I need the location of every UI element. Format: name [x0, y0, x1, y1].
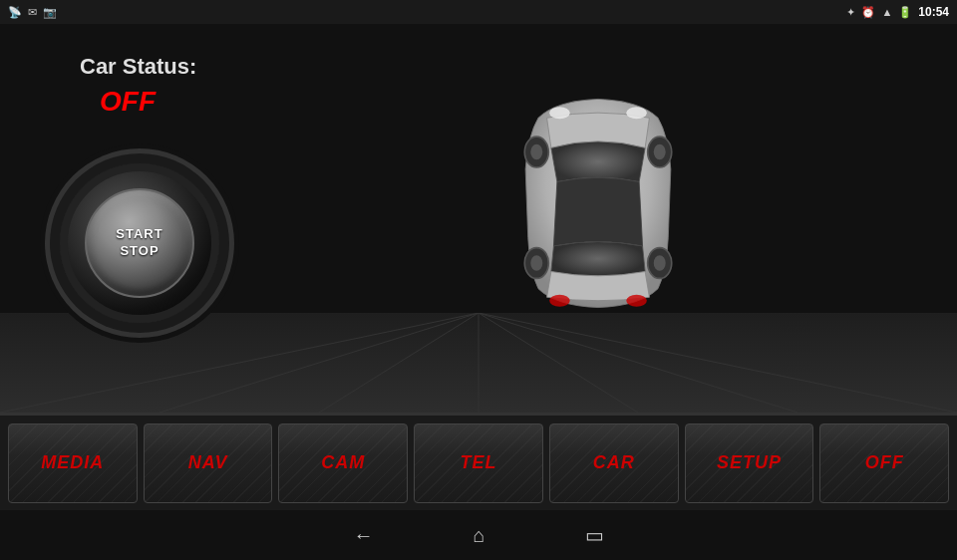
clock: 10:54 — [918, 5, 949, 19]
nav-btn-media[interactable]: MEDIA — [8, 423, 138, 503]
status-bar-right: ✦ ⏰ ▲ 🔋 10:54 — [846, 5, 949, 19]
nav-btn-car[interactable]: CAR — [549, 423, 679, 503]
car-status-label: Car Status: — [80, 54, 196, 80]
start-stop-inner: STARTSTOP — [85, 188, 194, 298]
nav-btn-cam[interactable]: CAM — [278, 423, 408, 503]
nav-btn-label-setup: SETUP — [717, 452, 782, 473]
start-stop-button[interactable]: STARTSTOP — [60, 163, 219, 323]
home-button[interactable]: ⌂ — [473, 524, 484, 547]
svg-line-2 — [319, 313, 478, 413]
nav-btn-off[interactable]: OFF — [819, 423, 949, 503]
nav-bar: MEDIANAVCAMTELCARSETUPOFF — [0, 416, 957, 510]
bluetooth-icon: ✦ — [846, 6, 855, 19]
wifi-icon: ▲ — [881, 6, 892, 18]
svg-point-16 — [626, 107, 647, 119]
status-bar-left: 📡 ✉ 📷 — [8, 6, 57, 19]
antenna-icon: 📡 — [8, 6, 22, 19]
svg-point-14 — [654, 255, 666, 270]
nav-btn-nav[interactable]: NAV — [144, 423, 273, 503]
nav-btn-label-car: CAR — [593, 452, 635, 473]
car-status-value: OFF — [100, 86, 156, 118]
svg-point-10 — [530, 255, 542, 270]
car-image — [459, 84, 738, 323]
start-stop-label: STARTSTOP — [116, 226, 162, 260]
nav-btn-label-cam: CAM — [321, 452, 365, 473]
svg-line-0 — [0, 313, 478, 413]
nav-btn-tel[interactable]: TEL — [414, 423, 543, 503]
main-area: Car Status: OFF STARTSTOP — [0, 24, 957, 413]
back-button[interactable]: ← — [353, 524, 373, 547]
svg-line-1 — [160, 313, 478, 413]
battery-icon: 🔋 — [898, 6, 912, 19]
nav-btn-label-nav: NAV — [188, 452, 228, 473]
svg-line-4 — [478, 313, 638, 413]
road-grid — [0, 313, 957, 413]
envelope-icon: ✉ — [28, 6, 37, 19]
svg-line-6 — [478, 313, 957, 413]
nav-btn-setup[interactable]: SETUP — [685, 423, 814, 503]
svg-point-17 — [549, 295, 570, 307]
svg-point-8 — [530, 144, 542, 159]
system-nav-bar: ← ⌂ ▭ — [0, 510, 957, 560]
svg-point-12 — [654, 144, 666, 159]
alarm-icon: ⏰ — [861, 6, 875, 19]
recents-button[interactable]: ▭ — [585, 523, 604, 547]
svg-point-15 — [549, 107, 570, 119]
nav-btn-label-off: OFF — [865, 452, 904, 473]
status-bar: 📡 ✉ 📷 ✦ ⏰ ▲ 🔋 10:54 — [0, 0, 957, 24]
svg-line-5 — [478, 313, 798, 413]
svg-point-18 — [626, 295, 647, 307]
camera-icon: 📷 — [43, 6, 57, 19]
nav-btn-label-media: MEDIA — [41, 452, 104, 473]
nav-btn-label-tel: TEL — [461, 452, 497, 473]
